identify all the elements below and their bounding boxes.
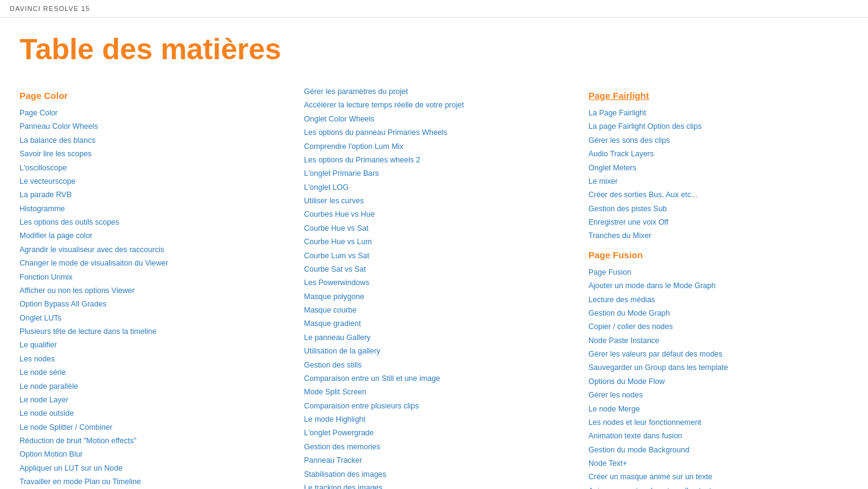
toc-link[interactable]: Audio Track Layers xyxy=(588,150,654,158)
list-item: Le mode Highlight xyxy=(304,413,564,426)
list-item: Page Fusion xyxy=(588,266,848,278)
list-item: Gérer les paramètres du projet xyxy=(304,85,564,98)
toc-link[interactable]: Le vecteurscope xyxy=(20,177,76,186)
toc-link[interactable]: Stabilisation des images xyxy=(304,470,386,479)
toc-link[interactable]: Utilisation de la gallery xyxy=(304,347,380,355)
toc-link[interactable]: Onglet LUTs xyxy=(20,314,62,322)
toc-link[interactable]: Gérer les paramètres du projet xyxy=(304,87,408,96)
toc-link[interactable]: Le node outside xyxy=(20,409,74,418)
toc-link[interactable]: Masque courbe xyxy=(304,306,356,314)
toc-link[interactable]: Fonction Unmix xyxy=(20,273,73,281)
toc-link[interactable]: Gestion des memories xyxy=(304,443,380,451)
list-item: Mode Split Screen xyxy=(304,386,564,398)
toc-link[interactable]: La balance des blancs xyxy=(20,136,95,145)
toc-link[interactable]: Animer un rectangle autour d'un texte xyxy=(588,487,715,489)
toc-link[interactable]: Onglet Color Wheels xyxy=(304,115,374,123)
toc-link[interactable]: Onglet Meters xyxy=(588,164,637,172)
toc-link[interactable]: Comparaison entre plusieurs clips xyxy=(304,402,419,410)
toc-link[interactable]: Savoir lire les scopes xyxy=(20,150,92,158)
toc-link[interactable]: Courbe Sat vs Sat xyxy=(304,265,366,273)
list-item: Animer un rectangle autour d'un texte xyxy=(588,485,848,489)
list-item: Panneau Color Wheels xyxy=(20,120,280,132)
toc-link[interactable]: Utiliser les curves xyxy=(304,197,364,205)
toc-link[interactable]: Gestion du mode Background xyxy=(588,446,689,454)
toc-link[interactable]: Comprendre l'option Lum Mix xyxy=(304,142,403,151)
page-title: Table des matières xyxy=(20,32,848,66)
toc-link[interactable]: Gérer les nodes xyxy=(588,391,643,399)
toc-link[interactable]: Panneau Tracker xyxy=(304,456,362,465)
columns-wrapper: Page ColorPage ColorPanneau Color Wheels… xyxy=(20,85,848,489)
list-item: Accélérer la lecture temps réelle de vot… xyxy=(304,99,564,111)
list-item: Masque polygone xyxy=(304,291,564,303)
toc-link[interactable]: La Page Fairlight xyxy=(588,109,646,117)
toc-link[interactable]: Option Bypass All Grades xyxy=(20,300,106,308)
toc-link[interactable]: Gérer les valeurs par défaut des modes xyxy=(588,350,723,358)
toc-link[interactable]: Copier / coller des nodes xyxy=(588,322,673,331)
toc-link[interactable]: Les Powerwindows xyxy=(304,278,369,287)
list-item: Sauvegarder un Group dans les template xyxy=(588,361,848,374)
toc-link[interactable]: Comparaison entre un Still et une image xyxy=(304,374,440,383)
toc-link[interactable]: L'onglet Powergrade xyxy=(304,429,374,437)
toc-link[interactable]: Mode Split Screen xyxy=(304,388,366,396)
toc-link[interactable]: Travailler en mode Plan ou Timeline xyxy=(20,477,141,486)
toc-link[interactable]: Le node Layer xyxy=(20,396,68,404)
toc-link[interactable]: Lecture des médias xyxy=(588,295,655,304)
toc-link[interactable]: Le node parallèle xyxy=(20,382,78,391)
toc-link[interactable]: Appliquer un LUT sur un Node xyxy=(20,464,123,473)
toc-link[interactable]: Node Text+ xyxy=(588,459,627,468)
toc-link[interactable]: Le mixer xyxy=(588,177,618,186)
toc-link[interactable]: Créer un masque animé sur un texte xyxy=(588,473,712,481)
toc-link[interactable]: Masque gradient xyxy=(304,319,361,328)
toc-link[interactable]: Courbe Hue vs Lum xyxy=(304,237,372,246)
list-item: Node Text+ xyxy=(588,457,848,469)
toc-link[interactable]: L'onglet LOG xyxy=(304,183,349,192)
toc-link[interactable]: Afficher ou non les options Viewer xyxy=(20,286,135,295)
toc-link[interactable]: Modifier la page color xyxy=(20,231,93,240)
toc-link[interactable]: Histogramme xyxy=(20,205,65,213)
toc-link[interactable]: Le tracking des images xyxy=(304,484,383,489)
toc-link[interactable]: Le node Splitter / Combiner xyxy=(20,423,112,432)
toc-link[interactable]: Tranches du Mixer xyxy=(588,231,651,240)
toc-link[interactable]: Changer le mode de visualisaiton du View… xyxy=(20,259,168,267)
toc-link[interactable]: Masque polygone xyxy=(304,292,364,301)
toc-link[interactable]: Page Fusion xyxy=(588,268,631,277)
toc-link[interactable]: Enregistrer une voix Off xyxy=(588,218,668,226)
toc-link[interactable]: Ajouter un mode dans le Mode Graph xyxy=(588,281,715,290)
toc-link[interactable]: Gestion des stills xyxy=(304,361,361,369)
toc-link[interactable]: Le qualifier xyxy=(20,341,57,349)
toc-link[interactable]: Courbe Hue vs Sat xyxy=(304,224,369,233)
toc-link[interactable]: Le node Merge xyxy=(588,405,640,413)
toc-link[interactable]: Les options du panneau Primaries Wheels xyxy=(304,128,447,137)
toc-link[interactable]: Agrandir le visualiseur avec des raccour… xyxy=(20,245,164,254)
toc-link[interactable]: Panneau Color Wheels xyxy=(20,122,98,131)
list-item: Plusieurs tête de lecture dans la timeli… xyxy=(20,325,280,338)
toc-link[interactable]: Node Paste Instance xyxy=(588,336,659,345)
toc-link[interactable]: Le mode Highlight xyxy=(304,415,366,424)
list-item: Le node Merge xyxy=(588,403,848,415)
toc-link[interactable]: Gérer les sons des clips xyxy=(588,136,670,145)
toc-link[interactable]: Courbes Hue vs Hue xyxy=(304,210,375,219)
toc-link[interactable]: Réduction de bruit "Motion effects" xyxy=(20,436,136,445)
toc-link[interactable]: Le panneau Gallery xyxy=(304,333,371,342)
toc-link[interactable]: Option Motion Blur xyxy=(20,450,83,458)
toc-link[interactable]: Les options des outils scopes xyxy=(20,218,119,226)
toc-link[interactable]: L'oscilloscope xyxy=(20,164,67,172)
toc-link[interactable]: Options du Mode Flow xyxy=(588,377,665,386)
toc-link[interactable]: Créer des sorties Bus, Aux etc... xyxy=(588,190,698,199)
toc-link[interactable]: Les nodes xyxy=(20,355,55,363)
toc-link[interactable]: Courbe Lum vs Sat xyxy=(304,252,369,260)
toc-link[interactable]: Page Color xyxy=(20,109,58,117)
toc-link[interactable]: L'onglet Primarie Bars xyxy=(304,169,379,178)
toc-link[interactable]: Sauvegarder un Group dans les template xyxy=(588,363,728,372)
toc-link[interactable]: La parade RVB xyxy=(20,190,71,199)
toc-link[interactable]: Le node série xyxy=(20,368,66,377)
toc-link[interactable]: Accélérer la lecture temps réelle de vot… xyxy=(304,101,464,109)
toc-link[interactable]: Gestion du Mode Graph xyxy=(588,309,670,317)
toc-link[interactable]: Gestion des pistes Sub xyxy=(588,205,667,213)
toc-link[interactable]: Les nodes et leur fonctionnement xyxy=(588,418,701,427)
toc-link[interactable]: Animation texte dans fusion xyxy=(588,432,682,440)
toc-link[interactable]: Plusieurs tête de lecture dans la timeli… xyxy=(20,327,156,336)
list-item: Créer des sorties Bus, Aux etc... xyxy=(588,189,848,201)
toc-link[interactable]: Les options du Primaries wheels 2 xyxy=(304,156,420,164)
toc-link[interactable]: La page Fairlight Option des clips xyxy=(588,122,702,131)
